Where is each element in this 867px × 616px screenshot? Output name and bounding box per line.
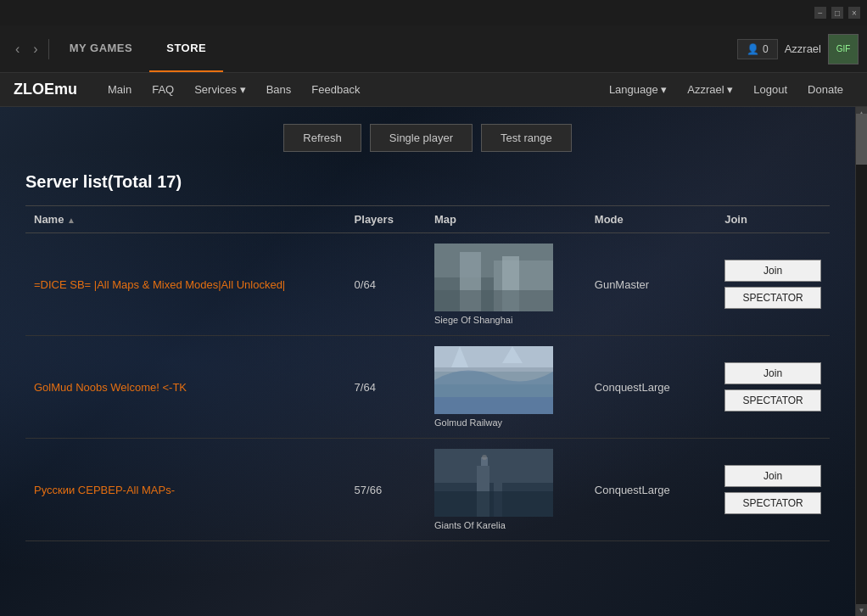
join-cell: Join SPECTATOR xyxy=(716,233,830,336)
server-name-cell: =DICE SB= |All Maps & Mixed Modes|All Un… xyxy=(25,233,346,336)
tab-separator xyxy=(48,39,49,59)
players-cell: 0/64 xyxy=(346,233,426,336)
app-header: ‹ › MY GAMES STORE 👤 0 Azzrael GIF xyxy=(0,25,867,73)
maximize-button[interactable]: □ xyxy=(831,7,843,19)
col-join: Join xyxy=(716,206,830,233)
join-cell: Join SPECTATOR xyxy=(716,336,830,439)
refresh-button[interactable]: Refresh xyxy=(283,124,361,152)
nav-bans[interactable]: Bans xyxy=(256,73,302,106)
nav-services[interactable]: Services ▾ xyxy=(184,73,255,106)
join-button[interactable]: Join xyxy=(724,362,821,384)
server-name-link[interactable]: Русскии СЕРВЕР-All MAPs- xyxy=(34,484,175,496)
nav-right: Language ▾ Azzrael ▾ Logout Donate xyxy=(599,83,853,96)
action-buttons: Refresh Single player Test range xyxy=(25,124,830,152)
col-mode: Mode xyxy=(586,206,716,233)
server-name-link[interactable]: =DICE SB= |All Maps & Mixed Modes|All Un… xyxy=(34,278,285,291)
mode-cell: ConquestLarge xyxy=(586,439,716,541)
nav-azzrael[interactable]: Azzrael ▾ xyxy=(677,83,743,96)
map-thumbnail xyxy=(434,346,553,414)
scrollbar-track[interactable] xyxy=(856,107,867,616)
table-row: =DICE SB= |All Maps & Mixed Modes|All Un… xyxy=(25,233,830,336)
main-content: Refresh Single player Test range Server … xyxy=(0,107,855,616)
map-name-label: Golmud Railway xyxy=(434,417,502,428)
friends-button[interactable]: 👤 0 xyxy=(737,39,778,59)
scrollbar-thumb[interactable] xyxy=(856,114,867,165)
minimize-button[interactable]: − xyxy=(814,7,826,19)
server-table: Name ▲ Players Map Mode Join =DICE SB= |… xyxy=(25,205,830,541)
nav-logout[interactable]: Logout xyxy=(743,83,797,96)
join-button[interactable]: Join xyxy=(724,260,821,282)
players-cell: 57/66 xyxy=(346,439,426,541)
map-name-label: Siege Of Shanghai xyxy=(434,315,512,325)
map-thumbnail xyxy=(434,449,553,517)
mode-cell: ConquestLarge xyxy=(586,336,716,439)
server-name-cell: Русскии СЕРВЕР-All MAPs- xyxy=(25,439,346,541)
tab-mygames[interactable]: MY GAMES xyxy=(53,25,150,72)
back-button[interactable]: ‹ xyxy=(8,25,26,72)
col-players: Players xyxy=(346,206,426,233)
map-cell: Giants Of Karelia xyxy=(426,439,586,541)
svg-rect-14 xyxy=(434,491,553,517)
server-list-title: Server list(Total 17) xyxy=(25,172,830,192)
content-wrapper: Refresh Single player Test range Server … xyxy=(0,107,867,616)
server-name-cell: GolMud Noobs Welcome! <-TK xyxy=(25,336,346,439)
avatar: GIF xyxy=(828,34,859,64)
scrollbar[interactable]: ▲ ▼ xyxy=(855,107,867,616)
single-player-button[interactable]: Single player xyxy=(370,124,473,152)
map-name-label: Giants Of Karelia xyxy=(434,520,506,530)
user-area: 👤 0 Azzrael GIF xyxy=(737,34,859,64)
col-map: Map xyxy=(426,206,586,233)
nav-language[interactable]: Language ▾ xyxy=(599,83,677,96)
join-button[interactable]: Join xyxy=(724,465,821,487)
person-icon: 👤 xyxy=(747,43,759,55)
nav-main[interactable]: Main xyxy=(98,73,142,106)
nav-feedback[interactable]: Feedback xyxy=(301,73,370,106)
svg-rect-5 xyxy=(434,290,553,311)
test-range-button[interactable]: Test range xyxy=(481,124,572,152)
friends-count: 0 xyxy=(763,43,769,55)
nav-donate[interactable]: Donate xyxy=(797,83,853,96)
main-nav: ZLOEmu Main FAQ Services ▾ Bans Feedback… xyxy=(0,73,867,107)
spectator-button[interactable]: SPECTATOR xyxy=(724,492,821,514)
nav-faq[interactable]: FAQ xyxy=(142,73,184,106)
spectator-button[interactable]: SPECTATOR xyxy=(724,287,821,309)
spectator-button[interactable]: SPECTATOR xyxy=(724,389,821,412)
svg-point-16 xyxy=(482,455,487,460)
mode-cell: GunMaster xyxy=(586,233,716,336)
scroll-down-button[interactable]: ▼ xyxy=(856,604,867,616)
table-row: Русскии СЕРВЕР-All MAPs- 57/66 Giants Of… xyxy=(25,439,830,541)
table-row: GolMud Noobs Welcome! <-TK 7/64 Golmud R… xyxy=(25,336,830,439)
map-cell: Golmud Railway xyxy=(426,336,586,439)
title-bar: − □ × xyxy=(0,0,867,25)
sort-arrow-icon: ▲ xyxy=(67,216,76,225)
map-thumbnail xyxy=(434,244,553,311)
username-label: Azzrael xyxy=(785,42,821,55)
svg-rect-9 xyxy=(434,397,553,414)
tab-store[interactable]: STORE xyxy=(149,25,223,72)
server-name-link[interactable]: GolMud Noobs Welcome! <-TK xyxy=(34,381,187,394)
close-button[interactable]: × xyxy=(848,7,860,19)
forward-button[interactable]: › xyxy=(26,25,44,72)
players-cell: 7/64 xyxy=(346,336,426,439)
join-cell: Join SPECTATOR xyxy=(716,439,830,541)
map-cell: Siege Of Shanghai xyxy=(426,233,586,336)
col-name: Name ▲ xyxy=(25,206,346,233)
brand-logo: ZLOEmu xyxy=(14,81,77,98)
